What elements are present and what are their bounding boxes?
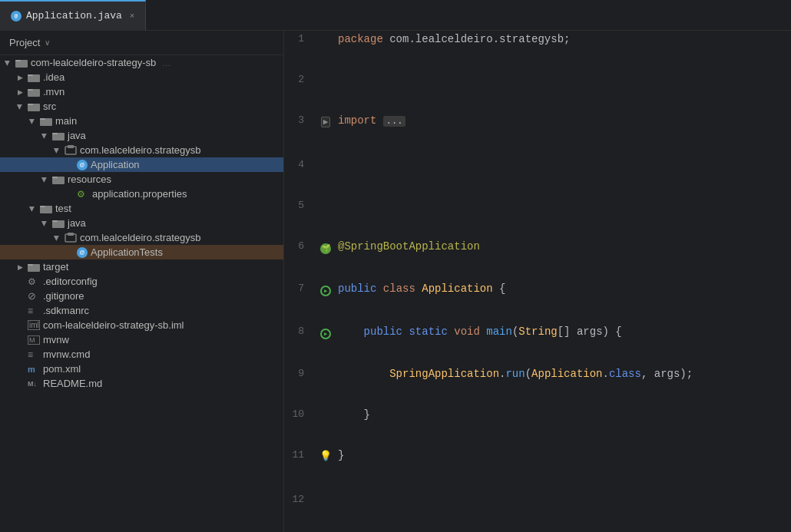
tree-label-apptests: ApplicationTests	[91, 246, 163, 258]
tree-arrow-mvnwcmd: ▶	[15, 351, 25, 359]
tree-label-mvnwcmd: mvnw.cmd	[43, 349, 90, 360]
tree-label-iml: com-lealceldeiro-strategy-sb.iml	[43, 319, 184, 331]
line-num-1: 1	[284, 31, 316, 71]
code-editor[interactable]: 1 package com.lealceldeiro.strategysb; 2…	[284, 31, 791, 532]
code-line-10: 10 }	[284, 406, 791, 447]
collapse-button-3[interactable]: ▶	[321, 117, 331, 127]
props-icon: ⚙	[77, 189, 89, 200]
tree-item-appprops[interactable]: ▶ ⚙ application.properties	[0, 187, 283, 201]
line-num-9: 9	[284, 365, 316, 406]
tree-item-mvnwcmd[interactable]: ▶ ≡ mvnw.cmd	[0, 347, 283, 362]
tree-arrow-main: ▶	[28, 117, 36, 126]
tree-label-pkg-test: com.lealceldeiro.strategysb	[80, 232, 201, 243]
tree-item-java-test[interactable]: ▶ java	[0, 216, 283, 230]
mvnw-icon: M	[28, 335, 40, 345]
tree-label-mvnw: mvnw	[43, 334, 69, 345]
tree-arrow-pom: ▶	[15, 365, 25, 373]
tree-item-gitignore[interactable]: ▶ ⊘ .gitignore	[0, 289, 283, 303]
line-num-7: 7	[284, 280, 316, 322]
line-num-8: 8	[284, 323, 316, 365]
tab-filename: Application.java	[26, 10, 122, 21]
tree-item-pkg-test[interactable]: ▶ com.lealceldeiro.strategysb	[0, 230, 283, 245]
line-content-10: }	[335, 406, 791, 447]
tree-item-readme[interactable]: ▶ M↓ README.md	[0, 376, 283, 391]
tree-label-pom: pom.xml	[43, 363, 81, 375]
file-tab[interactable]: @ Application.java ×	[0, 0, 146, 31]
folder-icon-java-test	[52, 219, 65, 228]
tree-root[interactable]: ▶ com-lealceldeiro-strategy-sb …	[0, 55, 283, 70]
folder-icon-mvn	[28, 88, 40, 97]
readme-icon: M↓	[28, 380, 40, 388]
tree-arrow-readme: ▶	[15, 380, 25, 388]
tree-item-resources[interactable]: ▶ resources	[0, 172, 283, 187]
tree-arrow-root: ▶	[4, 58, 12, 68]
sidebar-header[interactable]: Project ∨	[0, 31, 283, 55]
tree-label-java-main: java	[68, 130, 86, 141]
gutter-3[interactable]: ▶	[316, 112, 335, 157]
tree-label-main: main	[55, 115, 77, 127]
run-gutter-outline-7[interactable]: ▶	[320, 286, 331, 296]
tree-arrow-mvn: ▶	[15, 88, 25, 96]
gutter-8[interactable]: ▶	[316, 323, 335, 365]
sdkmanrc-icon: ≡	[28, 306, 40, 316]
tree-item-java-main[interactable]: ▶ java	[0, 128, 283, 143]
line-content-12	[335, 491, 791, 532]
tab-close-button[interactable]: ×	[130, 12, 135, 21]
tree-arrow-editorconfig: ▶	[15, 278, 25, 286]
tree-item-editorconfig[interactable]: ▶ ⚙ .editorconfig	[0, 274, 283, 289]
tree-arrow-appprops: ▶	[65, 190, 74, 198]
tree-label-idea: .idea	[43, 71, 65, 83]
line-content-5	[335, 197, 791, 238]
tree-item-sdkmanrc[interactable]: ▶ ≡ .sdkmanrc	[0, 303, 283, 318]
gutter-7[interactable]: ▶	[316, 280, 335, 322]
folder-icon-idea	[28, 73, 40, 82]
code-line-5: 5	[284, 197, 791, 238]
tree-item-target[interactable]: ▶ target	[0, 259, 283, 274]
editorconfig-icon: ⚙	[28, 276, 40, 287]
tree-arrow-resources: ▶	[41, 175, 48, 184]
gitignore-icon: ⊘	[28, 290, 40, 302]
tree-item-pom[interactable]: ▶ m pom.xml	[0, 362, 283, 376]
tree-label-mvn: .mvn	[43, 86, 65, 97]
svg-rect-3	[28, 74, 33, 76]
tree-item-apptests[interactable]: ▶ @ ApplicationTests	[0, 245, 283, 259]
bean-gutter-icon-6[interactable]: 🌱	[320, 243, 331, 254]
folder-icon-test	[40, 204, 52, 213]
bulb-gutter-icon-11[interactable]: 💡	[319, 451, 332, 462]
tree-label-gitignore: .gitignore	[43, 290, 84, 302]
main-layout: Project ∨ ▶ com-lealceldeiro-strategy-sb…	[0, 31, 791, 532]
svg-rect-11	[52, 133, 58, 134]
gutter-6[interactable]: 🌱	[316, 238, 335, 280]
tree-item-application[interactable]: ▶ @ Application	[0, 157, 283, 172]
code-line-12: 12	[284, 491, 791, 532]
tree-arrow-app: ▶	[65, 161, 74, 169]
line-content-11: }	[335, 447, 791, 491]
gutter-9	[316, 365, 335, 406]
line-num-4: 4	[284, 157, 316, 197]
tree-item-test[interactable]: ▶ test	[0, 201, 283, 216]
line-content-2	[335, 71, 791, 112]
tree-item-mvn[interactable]: ▶ .mvn	[0, 84, 283, 99]
tree-root-label: com-lealceldeiro-strategy-sb	[31, 57, 156, 68]
line-content-6: @SpringBootApplication	[335, 238, 791, 280]
line-content-9: SpringApplication.run(Application.class,…	[335, 365, 791, 406]
code-line-7: 7 ▶ public class Application {	[284, 280, 791, 322]
gutter-11[interactable]: 💡	[316, 447, 335, 491]
tree-item-idea[interactable]: ▶ .idea	[0, 70, 283, 84]
svg-rect-21	[68, 233, 74, 236]
tree-arrow-target: ▶	[15, 263, 25, 271]
tree-label-readme: README.md	[43, 378, 102, 389]
tree-arrow-test: ▶	[28, 204, 36, 213]
run-gutter-outline-8[interactable]: ▶	[320, 329, 331, 339]
tree-item-pkg-main[interactable]: ▶ com.lealceldeiro.strategysb	[0, 143, 283, 157]
tree-label-test: test	[55, 203, 71, 214]
tree-item-iml[interactable]: ▶ iml com-lealceldeiro-strategy-sb.iml	[0, 318, 283, 332]
package-icon-main	[65, 145, 77, 156]
tree-item-src[interactable]: ▶ src	[0, 99, 283, 114]
gutter-1	[316, 31, 335, 71]
tree-arrow-apptests: ▶	[65, 249, 74, 256]
code-line-9: 9 SpringApplication.run(Application.clas…	[284, 365, 791, 406]
tree-item-main[interactable]: ▶ main	[0, 114, 283, 128]
code-line-3: 3 ▶ import ...	[284, 112, 791, 157]
tree-item-mvnw[interactable]: ▶ M mvnw	[0, 332, 283, 347]
